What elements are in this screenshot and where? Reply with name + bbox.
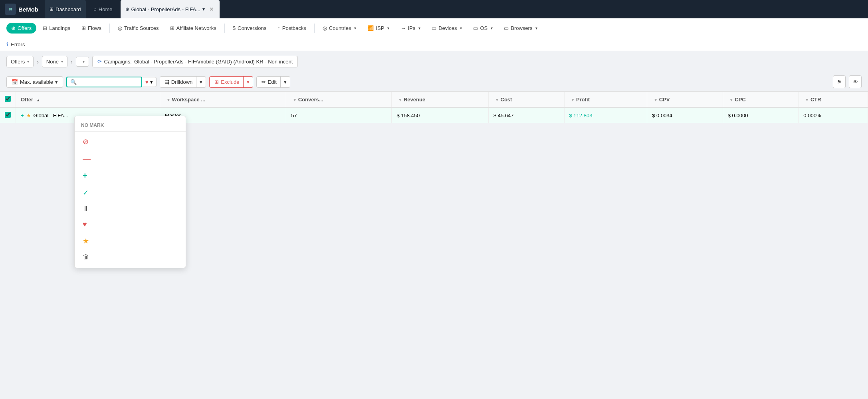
select-all-checkbox[interactable]: [5, 96, 11, 102]
table-header-row: Offer ▲ ▼ Workspace ... ▼ Convers... ▼ R…: [0, 92, 868, 107]
tab-dashboard[interactable]: ⊞ Dashboard: [45, 0, 86, 18]
header-cpv-label: CPV: [659, 97, 670, 103]
tertiary-filter-select[interactable]: ▾: [76, 57, 89, 67]
header-checkbox-cell[interactable]: [0, 92, 16, 107]
close-tab-button[interactable]: ✕: [208, 6, 215, 12]
arrow-connector-1: ›: [37, 59, 39, 65]
isp-label: ISP: [376, 25, 384, 31]
header-profit[interactable]: ▼ Profit: [564, 92, 647, 107]
sidebar-item-browsers[interactable]: ▭ Browsers: [499, 23, 542, 34]
header-offer[interactable]: Offer ▲: [16, 92, 160, 107]
devices-icon: ▭: [432, 25, 436, 31]
search-input-wrapper[interactable]: 🔍: [66, 77, 142, 87]
flag-button[interactable]: ⚑: [833, 75, 846, 88]
os-label: OS: [480, 25, 488, 31]
add-row-button[interactable]: +: [21, 113, 24, 119]
postbacks-icon: ↑: [277, 25, 280, 31]
header-conversions[interactable]: ▼ Convers...: [286, 92, 392, 107]
cost-filter-icon: ▼: [495, 98, 499, 102]
sidebar-item-flows[interactable]: ⊞ Flows: [77, 23, 106, 34]
visibility-button[interactable]: 👁: [849, 75, 862, 88]
secondary-filter-select[interactable]: None ▾: [42, 56, 67, 67]
exclude-button[interactable]: ⊞ Exclude ▾: [209, 76, 253, 88]
row-cost-cell: $ 45.647: [488, 107, 564, 123]
countries-label: Countries: [329, 25, 351, 31]
row-checkbox[interactable]: [5, 112, 11, 118]
landings-label: Landings: [49, 25, 70, 31]
header-cpv[interactable]: ▼ CPV: [647, 92, 723, 107]
tab-campaign-label: Global - PropellerAds - FIFA...: [131, 6, 200, 12]
row-star-icon[interactable]: ★: [26, 113, 31, 119]
row-profit-cell: $ 112.803: [564, 107, 647, 123]
header-profit-label: Profit: [576, 97, 590, 103]
row-profit: $ 112.803: [569, 113, 593, 119]
offer-sort-icon: ▲: [36, 98, 40, 102]
edit-button[interactable]: ✏ Edit ▾: [256, 76, 290, 88]
toolbar: 📅 Max. available ▾ 🔍 ♥ ▾ ⇶ Drilldown ▾ ⊞…: [0, 72, 868, 92]
sidebar-item-countries[interactable]: ◎ Countries: [318, 23, 361, 34]
browsers-label: Browsers: [511, 25, 532, 31]
mark-dropdown-button[interactable]: ♥ ▾: [142, 77, 157, 87]
header-cpc[interactable]: ▼ CPC: [723, 92, 799, 107]
row-revenue-cell: $ 158.450: [392, 107, 489, 123]
nav-divider-1: [109, 24, 110, 33]
max-available-button[interactable]: 📅 Max. available ▾: [6, 76, 63, 88]
offers-icon: ⊕: [11, 25, 16, 31]
offers-label: Offers: [18, 25, 32, 31]
header-cost[interactable]: ▼ Cost: [488, 92, 564, 107]
search-input[interactable]: [78, 79, 138, 85]
exclude-icon: ⊞: [214, 79, 219, 85]
profit-filter-icon: ▼: [571, 98, 575, 102]
exclude-arrow-icon[interactable]: ▾: [243, 77, 253, 87]
sidebar-item-ips[interactable]: → IPs: [396, 23, 425, 34]
toolbar-right: ⚑ 👁: [833, 75, 862, 88]
traffic-sources-label: Traffic Sources: [124, 25, 159, 31]
drilldown-button[interactable]: ⇶ Drilldown ▾: [160, 76, 206, 88]
sidebar-item-devices[interactable]: ▭ Devices: [427, 23, 467, 34]
secondary-nav: ⊕ Offers ⊞ Landings ⊞ Flows ◎ Traffic So…: [0, 18, 868, 38]
edit-icon: ✏: [262, 79, 266, 85]
sidebar-item-offers[interactable]: ⊕ Offers: [6, 23, 36, 34]
affiliate-networks-label: Affiliate Networks: [176, 25, 216, 31]
header-ctr[interactable]: ▼ CTR: [799, 92, 868, 107]
countries-icon: ◎: [323, 25, 327, 31]
row-ctr: 0.000%: [803, 113, 821, 119]
sidebar-item-landings[interactable]: ⊞ Landings: [38, 23, 75, 34]
drilldown-arrow-icon[interactable]: ▾: [196, 77, 206, 87]
arrow-connector-2: ›: [71, 59, 73, 65]
sidebar-item-isp[interactable]: 📶 ISP: [363, 23, 394, 34]
sidebar-item-postbacks[interactable]: ↑ Postbacks: [273, 23, 311, 34]
os-icon: ▭: [473, 25, 478, 31]
isp-icon: 📶: [367, 25, 374, 31]
tertiary-filter-arrow: ▾: [83, 59, 85, 64]
calendar-icon: 📅: [12, 79, 18, 85]
row-checkbox-cell[interactable]: [0, 107, 16, 123]
sidebar-item-traffic-sources[interactable]: ◎ Traffic Sources: [113, 23, 164, 34]
primary-filter-select[interactable]: Offers ▾: [6, 56, 34, 67]
info-icon: ℹ: [6, 41, 8, 47]
campaign-prefix: Campaigns:: [104, 59, 132, 65]
header-revenue[interactable]: ▼ Revenue: [392, 92, 489, 107]
secondary-filter-arrow: ▾: [61, 59, 63, 64]
conversions-icon: $: [233, 25, 236, 31]
tab-campaign[interactable]: ⊕ Global - PropellerAds - FIFA... ▾ ✕: [121, 0, 220, 18]
sidebar-item-os[interactable]: ▭ OS: [468, 23, 497, 34]
mark-dropdown-header: No mark: [75, 119, 186, 123]
dashboard-icon: ⊞: [50, 6, 54, 12]
postbacks-label: Postbacks: [282, 25, 306, 31]
row-cpc-cell: $ 0.0000: [723, 107, 799, 123]
tab-home[interactable]: ⌂ Home: [89, 0, 117, 18]
row-cost: $ 45.647: [493, 113, 514, 119]
edit-arrow-icon[interactable]: ▾: [280, 77, 290, 87]
logo-text: BeMob: [18, 6, 38, 13]
errors-label: Errors: [11, 41, 25, 47]
header-cpc-label: CPC: [735, 97, 745, 103]
traffic-sources-icon: ◎: [118, 25, 122, 31]
header-workspace[interactable]: ▼ Workspace ...: [160, 92, 286, 107]
sidebar-item-conversions[interactable]: $ Conversions: [228, 23, 271, 34]
header-ctr-label: CTR: [811, 97, 821, 103]
tab-dashboard-label: Dashboard: [55, 6, 81, 12]
header-offer-label: Offer: [21, 97, 33, 103]
max-available-label: Max. available: [20, 79, 53, 85]
sidebar-item-affiliate-networks[interactable]: ⊞ Affiliate Networks: [165, 23, 221, 34]
